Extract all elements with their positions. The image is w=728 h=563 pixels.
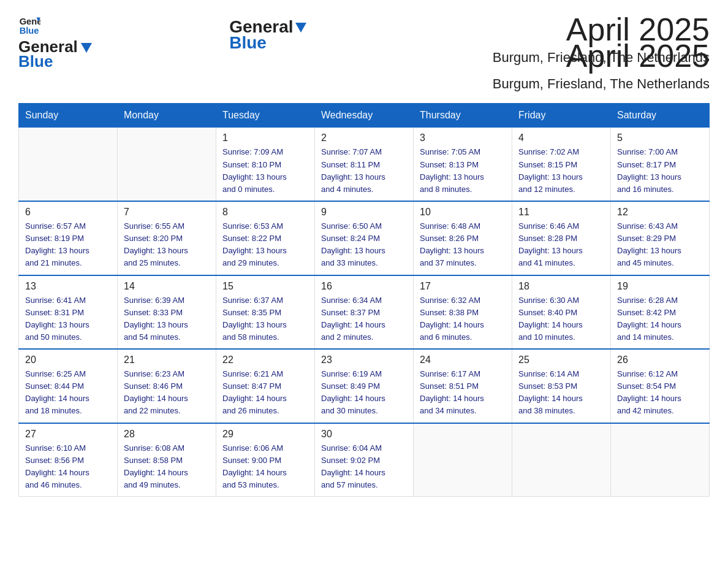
calendar-week-row: 1Sunrise: 7:09 AMSunset: 8:10 PMDaylight… bbox=[19, 128, 710, 201]
calendar-cell: 19Sunrise: 6:28 AMSunset: 8:42 PMDayligh… bbox=[611, 275, 710, 350]
day-number: 4 bbox=[518, 132, 604, 144]
sun-info: Sunrise: 6:41 AMSunset: 8:31 PMDaylight:… bbox=[25, 294, 111, 344]
day-number: 11 bbox=[518, 207, 604, 218]
day-number: 19 bbox=[617, 281, 703, 292]
generalblue-logo-icon: General Blue bbox=[18, 13, 40, 36]
sun-info: Sunrise: 6:34 AMSunset: 8:37 PMDaylight:… bbox=[321, 294, 407, 344]
logo-arrow-icon bbox=[81, 43, 92, 53]
day-number: 8 bbox=[222, 207, 308, 218]
calendar-cell: 3Sunrise: 7:05 AMSunset: 8:13 PMDaylight… bbox=[414, 128, 512, 201]
sun-info: Sunrise: 7:02 AMSunset: 8:15 PMDaylight:… bbox=[518, 146, 604, 196]
calendar-cell: 21Sunrise: 6:23 AMSunset: 8:46 PMDayligh… bbox=[118, 349, 216, 423]
month-year-title: April 2025 bbox=[493, 39, 710, 74]
day-number: 14 bbox=[124, 281, 210, 292]
day-number: 3 bbox=[420, 132, 506, 144]
header: General Blue April 2025 Burgum, Frieslan… bbox=[18, 39, 710, 92]
day-number: 20 bbox=[25, 354, 111, 366]
svg-text:Blue: Blue bbox=[20, 26, 39, 36]
calendar-week-row: 6Sunrise: 6:57 AMSunset: 8:19 PMDaylight… bbox=[19, 201, 710, 275]
day-number: 28 bbox=[124, 429, 210, 440]
weekday-header-friday: Friday bbox=[512, 104, 611, 128]
sun-info: Sunrise: 6:46 AMSunset: 8:28 PMDaylight:… bbox=[518, 220, 604, 270]
day-number: 24 bbox=[420, 354, 506, 366]
calendar-table: SundayMondayTuesdayWednesdayThursdayFrid… bbox=[18, 103, 710, 497]
sun-info: Sunrise: 6:17 AMSunset: 8:51 PMDaylight:… bbox=[420, 368, 506, 418]
calendar-cell bbox=[118, 128, 216, 201]
sun-info: Sunrise: 6:14 AMSunset: 8:53 PMDaylight:… bbox=[518, 368, 604, 418]
calendar-week-row: 27Sunrise: 6:10 AMSunset: 8:56 PMDayligh… bbox=[19, 423, 710, 497]
calendar-cell: 11Sunrise: 6:46 AMSunset: 8:28 PMDayligh… bbox=[512, 201, 611, 275]
sun-info: Sunrise: 6:55 AMSunset: 8:20 PMDaylight:… bbox=[124, 220, 210, 270]
sun-info: Sunrise: 6:53 AMSunset: 8:22 PMDaylight:… bbox=[222, 220, 308, 270]
location-label: Burgum, Friesland, The Netherlands bbox=[493, 76, 710, 92]
calendar-cell: 18Sunrise: 6:30 AMSunset: 8:40 PMDayligh… bbox=[512, 275, 611, 350]
day-number: 6 bbox=[25, 207, 111, 218]
day-number: 22 bbox=[222, 354, 308, 366]
calendar-week-row: 13Sunrise: 6:41 AMSunset: 8:31 PMDayligh… bbox=[19, 275, 710, 350]
calendar-cell: 2Sunrise: 7:07 AMSunset: 8:11 PMDaylight… bbox=[315, 128, 414, 201]
calendar-cell: 6Sunrise: 6:57 AMSunset: 8:19 PMDaylight… bbox=[19, 201, 118, 275]
calendar-cell: 26Sunrise: 6:12 AMSunset: 8:54 PMDayligh… bbox=[611, 349, 710, 423]
sun-info: Sunrise: 6:04 AMSunset: 9:02 PMDaylight:… bbox=[321, 442, 407, 492]
sun-info: Sunrise: 6:30 AMSunset: 8:40 PMDaylight:… bbox=[518, 294, 604, 344]
calendar-cell: 23Sunrise: 6:19 AMSunset: 8:49 PMDayligh… bbox=[315, 349, 414, 423]
day-number: 23 bbox=[321, 354, 407, 366]
sun-info: Sunrise: 7:00 AMSunset: 8:17 PMDaylight:… bbox=[617, 146, 703, 196]
sun-info: Sunrise: 6:57 AMSunset: 8:19 PMDaylight:… bbox=[25, 220, 111, 270]
weekday-header-monday: Monday bbox=[118, 104, 216, 128]
calendar-cell bbox=[414, 423, 512, 497]
sun-info: Sunrise: 6:43 AMSunset: 8:29 PMDaylight:… bbox=[617, 220, 703, 270]
calendar-cell: 10Sunrise: 6:48 AMSunset: 8:26 PMDayligh… bbox=[414, 201, 512, 275]
day-number: 25 bbox=[518, 354, 604, 366]
calendar-cell: 7Sunrise: 6:55 AMSunset: 8:20 PMDaylight… bbox=[118, 201, 216, 275]
calendar-cell bbox=[611, 423, 710, 497]
day-number: 15 bbox=[222, 281, 308, 292]
calendar-cell: 29Sunrise: 6:06 AMSunset: 9:00 PMDayligh… bbox=[216, 423, 315, 497]
weekday-header-sunday: Sunday bbox=[19, 104, 118, 128]
sun-info: Sunrise: 6:12 AMSunset: 8:54 PMDaylight:… bbox=[617, 368, 703, 418]
sun-info: Sunrise: 6:39 AMSunset: 8:33 PMDaylight:… bbox=[124, 294, 210, 344]
sun-info: Sunrise: 6:48 AMSunset: 8:26 PMDaylight:… bbox=[420, 220, 506, 270]
weekday-header-thursday: Thursday bbox=[414, 104, 512, 128]
day-number: 10 bbox=[420, 207, 506, 218]
day-number: 13 bbox=[25, 281, 111, 292]
day-number: 18 bbox=[518, 281, 604, 292]
sun-info: Sunrise: 6:37 AMSunset: 8:35 PMDaylight:… bbox=[222, 294, 308, 344]
sun-info: Sunrise: 6:21 AMSunset: 8:47 PMDaylight:… bbox=[222, 368, 308, 418]
sun-info: Sunrise: 7:07 AMSunset: 8:11 PMDaylight:… bbox=[321, 146, 407, 196]
day-number: 7 bbox=[124, 207, 210, 218]
day-number: 27 bbox=[25, 429, 111, 440]
calendar-cell: 27Sunrise: 6:10 AMSunset: 8:56 PMDayligh… bbox=[19, 423, 118, 497]
logo: General Blue bbox=[18, 39, 92, 69]
day-number: 2 bbox=[321, 132, 407, 144]
day-number: 16 bbox=[321, 281, 407, 292]
title-block: April 2025 Burgum, Friesland, The Nether… bbox=[493, 39, 710, 92]
calendar-cell: 9Sunrise: 6:50 AMSunset: 8:24 PMDaylight… bbox=[315, 201, 414, 275]
calendar-cell: 28Sunrise: 6:08 AMSunset: 8:58 PMDayligh… bbox=[118, 423, 216, 497]
weekday-header-tuesday: Tuesday bbox=[216, 104, 315, 128]
calendar-cell: 14Sunrise: 6:39 AMSunset: 8:33 PMDayligh… bbox=[118, 275, 216, 350]
day-number: 17 bbox=[420, 281, 506, 292]
weekday-header-row: SundayMondayTuesdayWednesdayThursdayFrid… bbox=[19, 104, 710, 128]
calendar-cell: 17Sunrise: 6:32 AMSunset: 8:38 PMDayligh… bbox=[414, 275, 512, 350]
sun-info: Sunrise: 6:06 AMSunset: 9:00 PMDaylight:… bbox=[222, 442, 308, 492]
sun-info: Sunrise: 7:05 AMSunset: 8:13 PMDaylight:… bbox=[420, 146, 506, 196]
weekday-header-saturday: Saturday bbox=[611, 104, 710, 128]
sun-info: Sunrise: 6:10 AMSunset: 8:56 PMDaylight:… bbox=[25, 442, 111, 492]
calendar-cell: 15Sunrise: 6:37 AMSunset: 8:35 PMDayligh… bbox=[216, 275, 315, 350]
calendar-cell bbox=[512, 423, 611, 497]
calendar-cell: 1Sunrise: 7:09 AMSunset: 8:10 PMDaylight… bbox=[216, 128, 315, 201]
logo-blue-text: Blue bbox=[18, 53, 92, 69]
day-number: 29 bbox=[222, 429, 308, 440]
day-number: 30 bbox=[321, 429, 407, 440]
calendar-cell: 22Sunrise: 6:21 AMSunset: 8:47 PMDayligh… bbox=[216, 349, 315, 423]
calendar-cell: 30Sunrise: 6:04 AMSunset: 9:02 PMDayligh… bbox=[315, 423, 414, 497]
sun-info: Sunrise: 6:08 AMSunset: 8:58 PMDaylight:… bbox=[124, 442, 210, 492]
calendar-cell: 16Sunrise: 6:34 AMSunset: 8:37 PMDayligh… bbox=[315, 275, 414, 350]
calendar-cell: 24Sunrise: 6:17 AMSunset: 8:51 PMDayligh… bbox=[414, 349, 512, 423]
sun-info: Sunrise: 6:28 AMSunset: 8:42 PMDaylight:… bbox=[617, 294, 703, 344]
calendar-cell: 12Sunrise: 6:43 AMSunset: 8:29 PMDayligh… bbox=[611, 201, 710, 275]
calendar-cell: 8Sunrise: 6:53 AMSunset: 8:22 PMDaylight… bbox=[216, 201, 315, 275]
sun-info: Sunrise: 6:23 AMSunset: 8:46 PMDaylight:… bbox=[124, 368, 210, 418]
calendar-week-row: 20Sunrise: 6:25 AMSunset: 8:44 PMDayligh… bbox=[19, 349, 710, 423]
